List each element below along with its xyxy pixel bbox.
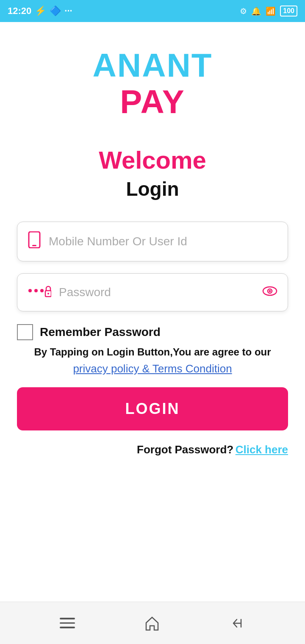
forgot-section: Forgot Password? Click here xyxy=(17,443,288,456)
mobile-input[interactable] xyxy=(49,235,277,248)
password-icon xyxy=(28,283,51,302)
svg-point-2 xyxy=(28,289,32,292)
nav-menu-button[interactable] xyxy=(60,618,75,628)
bluetooth-icon: ⚙ xyxy=(240,6,247,16)
forgot-link[interactable]: Click here xyxy=(236,443,288,456)
hamburger-icon xyxy=(60,618,75,628)
terms-prefix-text: By Tapping on Login Button,You are agree… xyxy=(17,344,288,360)
password-input-wrapper xyxy=(17,273,288,311)
remember-checkbox[interactable] xyxy=(17,324,33,340)
mobile-icon xyxy=(28,231,41,252)
status-time: 12:20 xyxy=(8,6,31,17)
logo-anant: ANANT xyxy=(93,47,213,84)
status-bar: 12:20 ⚡ 🔷 ··· ⚙ 🔔 📶 100 xyxy=(0,0,305,22)
status-bar-right: ⚙ 🔔 📶 100 xyxy=(240,6,297,17)
svg-point-4 xyxy=(40,289,44,292)
nav-home-button[interactable] xyxy=(144,615,160,631)
bottom-nav xyxy=(0,602,305,644)
forgot-prefix: Forgot Password? xyxy=(137,443,233,456)
wifi-icon: 📶 xyxy=(266,6,276,16)
login-subheading: Login xyxy=(99,178,206,200)
terms-link[interactable]: privacy policy & Terms Condition xyxy=(73,362,232,375)
login-button[interactable]: LOGIN xyxy=(17,387,288,430)
eye-icon[interactable] xyxy=(262,284,277,300)
home-icon xyxy=(144,615,160,631)
remember-label: Remember Password xyxy=(40,325,161,339)
svg-point-6 xyxy=(47,293,49,294)
signal-icons: 🔷 xyxy=(50,6,61,17)
more-icon: ··· xyxy=(64,6,72,17)
welcome-heading: Welcome xyxy=(99,146,206,174)
svg-rect-1 xyxy=(32,245,36,246)
back-icon xyxy=(229,615,245,631)
main-content: ANANT PAY Welcome Login xyxy=(0,22,305,602)
password-input[interactable] xyxy=(59,286,255,299)
nav-back-button[interactable] xyxy=(229,615,245,631)
form-container xyxy=(17,222,288,311)
welcome-section: Welcome Login xyxy=(99,146,206,200)
logo-container: ANANT PAY xyxy=(93,47,213,120)
usb-icon: ⚡ xyxy=(35,6,46,17)
svg-point-3 xyxy=(34,289,38,292)
mobile-input-wrapper xyxy=(17,222,288,261)
terms-section: By Tapping on Login Button,You are agree… xyxy=(17,344,288,375)
battery-level: 100 xyxy=(280,6,297,17)
alarm-icon: 🔔 xyxy=(251,6,261,16)
svg-point-9 xyxy=(269,290,271,292)
logo-pay: PAY xyxy=(120,84,185,120)
status-bar-left: 12:20 ⚡ 🔷 ··· xyxy=(8,6,72,17)
remember-section: Remember Password xyxy=(17,324,288,340)
